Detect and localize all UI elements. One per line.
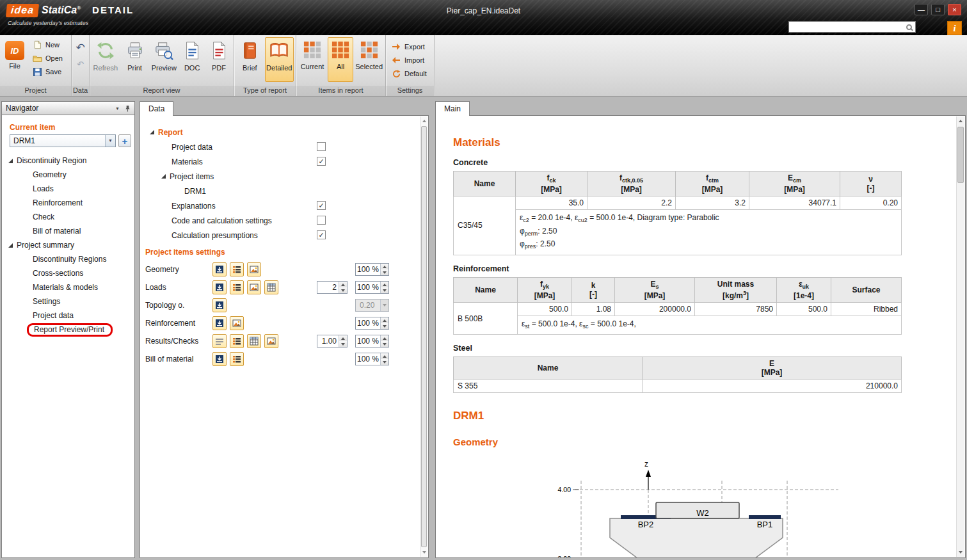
- open-button[interactable]: Open: [29, 52, 66, 64]
- tree-item-project-data[interactable]: Project data: [140, 140, 428, 154]
- maximize-button[interactable]: □: [931, 4, 945, 15]
- spinner-up-button[interactable]: [381, 282, 388, 287]
- project-data-checkbox[interactable]: [317, 142, 326, 151]
- insert-image-button[interactable]: [212, 262, 227, 276]
- spinner-down-button[interactable]: [339, 287, 347, 293]
- undo-button[interactable]: ↶: [73, 40, 88, 55]
- table-list-button[interactable]: [230, 352, 244, 366]
- table-list-button[interactable]: [230, 334, 244, 348]
- brief-report-button[interactable]: Brief: [236, 37, 264, 82]
- tree-item-materials[interactable]: Materials✓: [140, 154, 428, 169]
- nav-item-cross-sections[interactable]: Cross-sections: [2, 266, 134, 280]
- picture-button[interactable]: [230, 316, 244, 330]
- nav-item-project-summary[interactable]: Project summary: [2, 238, 134, 252]
- spinner-up-button[interactable]: [339, 335, 347, 341]
- expander-icon[interactable]: [150, 130, 154, 134]
- spinner-down-button[interactable]: [339, 341, 347, 347]
- explanations-checkbox[interactable]: ✓: [317, 201, 326, 210]
- close-button[interactable]: ×: [948, 4, 961, 15]
- spinner-up-button[interactable]: [339, 282, 347, 287]
- lines-button[interactable]: [212, 334, 227, 348]
- print-button[interactable]: Print: [121, 37, 149, 82]
- spinner-down-button[interactable]: [381, 359, 388, 365]
- spinner-value[interactable]: 100 %: [356, 282, 380, 293]
- insert-image-button[interactable]: [212, 352, 227, 366]
- tab-data[interactable]: Data: [140, 101, 173, 116]
- all-items-button[interactable]: All: [328, 37, 353, 82]
- nav-item-discontinuity-regions[interactable]: Discontinuity Regions: [2, 252, 134, 266]
- current-item-select[interactable]: DRM1 ▼: [10, 134, 116, 147]
- picture-button[interactable]: [247, 262, 261, 276]
- tree-item-drm1[interactable]: DRM1: [140, 184, 428, 198]
- tree-item-report[interactable]: Report: [140, 125, 428, 140]
- spinner-value[interactable]: 2: [317, 282, 339, 293]
- nav-item-discontinuity-region[interactable]: Discontinuity Region: [2, 154, 134, 168]
- scrollbar-thumb[interactable]: [421, 126, 427, 547]
- spinner-value[interactable]: 100 %: [356, 335, 380, 347]
- spinner-value[interactable]: 100 %: [356, 264, 380, 275]
- export-settings-button[interactable]: Export: [388, 41, 430, 52]
- insert-image-button[interactable]: [212, 298, 227, 312]
- nav-item-project-data[interactable]: Project data: [2, 308, 134, 323]
- nav-item-settings[interactable]: Settings: [2, 294, 134, 308]
- scroll-down-arrow[interactable]: [957, 548, 964, 557]
- table-list-button[interactable]: [230, 262, 244, 276]
- search-icon[interactable]: [906, 24, 912, 30]
- spinner-value[interactable]: 1.00: [317, 335, 339, 347]
- table-list-button[interactable]: [230, 280, 244, 294]
- spinner-value[interactable]: 100 %: [356, 353, 380, 365]
- nav-item-bill-of-material[interactable]: Bill of material: [2, 224, 134, 238]
- scroll-up-arrow[interactable]: [957, 116, 964, 125]
- spinner-up-button[interactable]: [381, 353, 388, 359]
- doc-export-button[interactable]: DOC: [179, 37, 205, 82]
- nav-item-check[interactable]: Check: [2, 210, 134, 224]
- undo-history-button[interactable]: ↶: [73, 56, 88, 72]
- spinner-value[interactable]: 100 %: [356, 317, 380, 329]
- tab-main[interactable]: Main: [435, 101, 470, 116]
- scroll-down-arrow[interactable]: [420, 548, 428, 557]
- spinner-down-button[interactable]: [381, 323, 388, 329]
- code-settings-checkbox[interactable]: [317, 216, 326, 225]
- nav-item-geometry[interactable]: Geometry: [2, 168, 134, 182]
- spinner-down-button[interactable]: [381, 341, 388, 347]
- calc-presumptions-checkbox[interactable]: ✓: [317, 230, 326, 239]
- preview-button[interactable]: Preview: [150, 37, 178, 82]
- nav-item-report-preview-print[interactable]: Report Preview/Print: [2, 323, 134, 337]
- pdf-export-button[interactable]: PDF: [206, 37, 232, 82]
- import-settings-button[interactable]: Import: [388, 54, 430, 66]
- spinner-up-button[interactable]: [381, 335, 388, 341]
- tree-item-explanations[interactable]: Explanations✓: [140, 198, 428, 213]
- nav-item-loads[interactable]: Loads: [2, 182, 134, 196]
- materials-checkbox[interactable]: ✓: [317, 157, 326, 166]
- spinner-up-button[interactable]: [381, 317, 388, 323]
- default-settings-button[interactable]: Default: [388, 68, 430, 79]
- save-button[interactable]: Save: [29, 66, 66, 77]
- data-scrollbar[interactable]: [420, 116, 428, 557]
- nav-item-materials-models[interactable]: Materials & models: [2, 280, 134, 294]
- insert-image-button[interactable]: [212, 280, 227, 294]
- new-button[interactable]: New: [29, 39, 66, 51]
- expander-icon[interactable]: [8, 159, 13, 163]
- spinner-down-button[interactable]: [381, 269, 388, 275]
- minimize-button[interactable]: —: [915, 4, 928, 15]
- grid-table-button[interactable]: [247, 334, 261, 348]
- tree-item-code-settings[interactable]: Code and calculation settings: [140, 213, 428, 228]
- search-input[interactable]: [789, 22, 906, 31]
- add-item-button[interactable]: +: [118, 134, 131, 147]
- detailed-report-button[interactable]: Detailed: [265, 37, 294, 82]
- picture-button[interactable]: [247, 280, 261, 294]
- current-items-button[interactable]: Current: [298, 37, 326, 82]
- picture-button[interactable]: [264, 334, 278, 348]
- scrollbar-thumb[interactable]: [957, 127, 964, 183]
- main-scrollbar[interactable]: [956, 116, 964, 557]
- tree-item-calc-presumptions[interactable]: Calculation presumptions✓: [140, 228, 428, 243]
- refresh-button[interactable]: Refresh: [92, 37, 120, 82]
- file-button[interactable]: ID File: [2, 37, 28, 82]
- info-button[interactable]: i: [947, 21, 962, 35]
- spinner-down-button[interactable]: [381, 287, 388, 293]
- expander-icon[interactable]: [8, 243, 13, 248]
- grid-table-button[interactable]: [264, 280, 278, 294]
- tree-item-project-items[interactable]: Project items: [140, 169, 428, 184]
- insert-image-button[interactable]: [212, 316, 227, 330]
- expander-icon[interactable]: [161, 174, 166, 179]
